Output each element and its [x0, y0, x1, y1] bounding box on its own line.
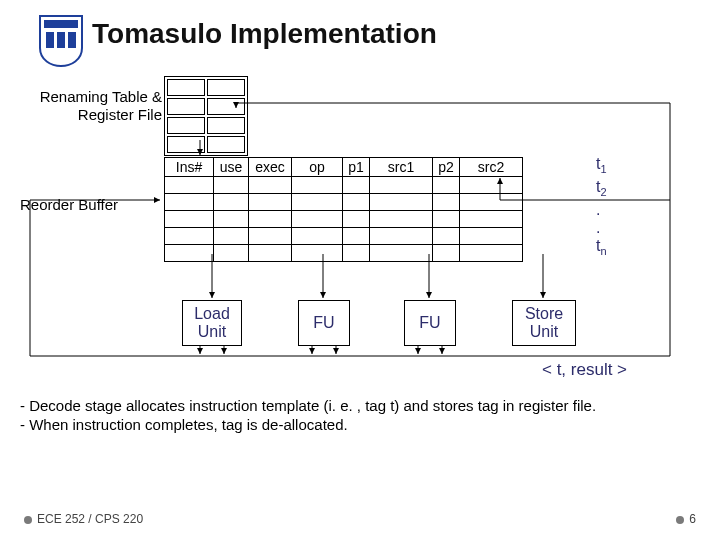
col-ins: Ins# [165, 158, 214, 177]
table-row [165, 194, 523, 211]
bullet-icon [24, 516, 32, 524]
university-shield-logo [38, 14, 84, 68]
note-line: - When instruction completes, tag is de-… [20, 415, 696, 434]
table-row [165, 228, 523, 245]
label-renaming-table: Renaming Table & Register File [4, 88, 162, 124]
col-p1: p1 [343, 158, 370, 177]
bullet-icon [676, 516, 684, 524]
col-p2: p2 [433, 158, 460, 177]
col-op: op [292, 158, 343, 177]
svg-rect-1 [46, 32, 54, 48]
reorder-buffer-table: Ins# use exec op p1 src1 p2 src2 [164, 157, 523, 262]
footer-course: ECE 252 / CPS 220 [24, 512, 143, 526]
note-line: - Decode stage allocates instruction tem… [20, 396, 696, 415]
col-src2: src2 [460, 158, 523, 177]
wiring-diagram [0, 0, 720, 540]
footer-page-number: 6 [676, 512, 696, 526]
col-use: use [214, 158, 249, 177]
result-bus-label: < t, result > [542, 360, 627, 380]
svg-rect-3 [68, 32, 76, 48]
fu-box-1: FU [298, 300, 350, 346]
table-row [165, 245, 523, 262]
notes: - Decode stage allocates instruction tem… [20, 396, 696, 434]
table-row [165, 211, 523, 228]
register-file-box [164, 76, 248, 156]
store-unit-box: Store Unit [512, 300, 576, 346]
fu-box-2: FU [404, 300, 456, 346]
col-src1: src1 [370, 158, 433, 177]
col-exec: exec [249, 158, 292, 177]
svg-rect-2 [57, 32, 65, 48]
label-reorder-buffer: Reorder Buffer [20, 196, 118, 213]
page-title: Tomasulo Implementation [92, 18, 437, 50]
tag-labels: t1 t2 . . tn [596, 155, 607, 261]
table-row [165, 177, 523, 194]
load-unit-box: Load Unit [182, 300, 242, 346]
svg-rect-0 [44, 20, 78, 28]
